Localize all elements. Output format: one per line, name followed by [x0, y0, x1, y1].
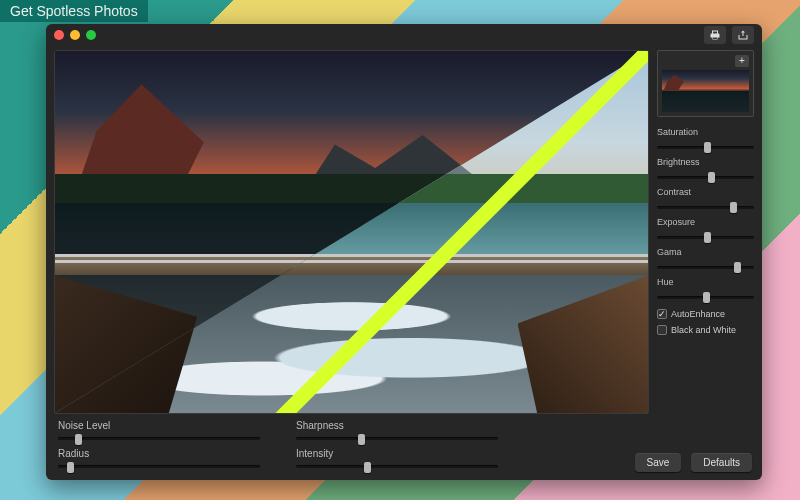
- desktop-background: Get Spotless Photos: [0, 0, 800, 500]
- saturation-slider[interactable]: [657, 141, 754, 153]
- banner-title: Get Spotless Photos: [10, 0, 138, 22]
- black-and-white-checkbox[interactable]: Black and White: [657, 325, 754, 335]
- sharpness-label: Sharpness: [296, 420, 498, 431]
- minimize-button[interactable]: [70, 30, 80, 40]
- checkbox-icon: [657, 309, 667, 319]
- checkbox-icon: [657, 325, 667, 335]
- brightness-label: Brightness: [657, 157, 754, 167]
- saturation-label: Saturation: [657, 127, 754, 137]
- bw-label: Black and White: [671, 325, 736, 335]
- save-button[interactable]: Save: [635, 453, 682, 472]
- noise-level-label: Noise Level: [58, 420, 260, 431]
- printer-icon: [709, 29, 721, 41]
- add-thumbnail-button[interactable]: +: [735, 55, 749, 67]
- thumbnail-item[interactable]: [662, 70, 749, 112]
- sharpness-slider[interactable]: [296, 432, 498, 446]
- intensity-label: Intensity: [296, 448, 498, 459]
- thumbnail-panel: +: [657, 50, 754, 117]
- autoenhance-label: AutoEnhance: [671, 309, 725, 319]
- adjustment-controls: Saturation Brightness Contrast Exposure …: [657, 123, 754, 414]
- share-button[interactable]: [732, 26, 754, 44]
- intensity-slider[interactable]: [296, 460, 498, 474]
- exposure-slider[interactable]: [657, 231, 754, 243]
- bottom-bar: Noise Level Sharpness Radius Intensity S…: [46, 414, 762, 482]
- traffic-lights: [54, 30, 96, 40]
- titlebar: [46, 24, 762, 46]
- share-icon: [737, 29, 749, 41]
- image-canvas[interactable]: [54, 50, 649, 414]
- defaults-button[interactable]: Defaults: [691, 453, 752, 472]
- close-button[interactable]: [54, 30, 64, 40]
- hue-slider[interactable]: [657, 291, 754, 303]
- radius-slider[interactable]: [58, 460, 260, 474]
- brightness-slider[interactable]: [657, 171, 754, 183]
- contrast-slider[interactable]: [657, 201, 754, 213]
- print-button[interactable]: [704, 26, 726, 44]
- gama-slider[interactable]: [657, 261, 754, 273]
- contrast-label: Contrast: [657, 187, 754, 197]
- noise-level-slider[interactable]: [58, 432, 260, 446]
- radius-label: Radius: [58, 448, 260, 459]
- right-sidebar: + Saturation Brightness Contrast Exposur…: [657, 50, 754, 414]
- autoenhance-checkbox[interactable]: AutoEnhance: [657, 309, 754, 319]
- app-window: + Saturation Brightness Contrast Exposur…: [46, 24, 762, 480]
- gama-label: Gama: [657, 247, 754, 257]
- hue-label: Hue: [657, 277, 754, 287]
- zoom-button[interactable]: [86, 30, 96, 40]
- exposure-label: Exposure: [657, 217, 754, 227]
- promo-banner: Get Spotless Photos: [0, 0, 148, 22]
